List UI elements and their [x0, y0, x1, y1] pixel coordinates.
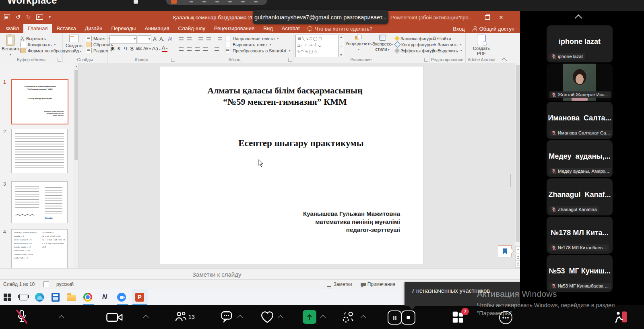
tab-view[interactable]: Вид: [259, 24, 277, 33]
mic-options-chevron[interactable]: [59, 315, 64, 320]
numbering-icon[interactable]: [187, 37, 192, 38]
font-size-select[interactable]: [138, 35, 151, 44]
slide-title[interactable]: Алматы қаласы білім басқармасының “№59 м…: [172, 85, 398, 108]
bold-button[interactable]: Ж: [110, 46, 115, 52]
share-screen-button[interactable]: [303, 310, 316, 324]
shapes-gallery-scrollbar[interactable]: ▲▪▼: [338, 35, 344, 57]
clipboard-dialog-launcher[interactable]: [58, 58, 61, 62]
cut-button[interactable]: Вырезать: [20, 35, 46, 41]
collapse-ribbon-icon[interactable]: [502, 58, 507, 62]
breakout-rooms-button[interactable]: [341, 310, 356, 325]
participant-tile[interactable]: iphone lazat iphone lazat: [547, 25, 613, 62]
tab-animations[interactable]: Анимация: [140, 24, 173, 33]
tab-file[interactable]: Файл: [2, 24, 23, 33]
tab-design[interactable]: Дизайн: [80, 24, 107, 33]
text-shadow-button[interactable]: S: [129, 46, 134, 52]
underline-button[interactable]: Ч: [123, 46, 128, 52]
comment-marker[interactable]: [498, 245, 512, 257]
slide-scrollbar-thumb[interactable]: [516, 65, 520, 242]
quick-styles-button[interactable]: Экспресс- стили: [372, 35, 393, 52]
paste-button[interactable]: Вставить: [2, 35, 19, 57]
slide-thumbnail-3[interactable]: Жауабы:: [11, 181, 68, 223]
slide-thumbnail-4[interactable]: 2|cos2x| = (sin3x−cos3x)/√2 1|cos2x = -1…: [11, 229, 68, 274]
stop-recording-button[interactable]: [401, 310, 415, 325]
share-toolbar-icon[interactable]: [241, 1, 245, 2]
grow-font-button[interactable]: Аˆ: [153, 36, 158, 42]
language-indicator[interactable]: русский: [56, 281, 74, 287]
reactions-options-chevron[interactable]: [278, 315, 283, 320]
task-view-button[interactable]: [18, 292, 29, 302]
taskbar-zoom[interactable]: [116, 292, 127, 302]
undo-icon[interactable]: ↺: [16, 14, 21, 20]
scroll-up-arrow[interactable]: ▲: [74, 65, 78, 68]
notes-pane[interactable]: Заметки к слайду: [0, 268, 520, 280]
align-center-icon[interactable]: [187, 47, 192, 48]
video-button[interactable]: [106, 312, 123, 323]
share-options-chevron[interactable]: [320, 315, 326, 320]
participant-tile[interactable]: Zhanagul Kanaf... Zhanagul Kanafina: [547, 178, 613, 215]
taskbar-powerpoint[interactable]: P: [134, 292, 145, 302]
find-button[interactable]: Найти: [432, 35, 451, 41]
shrink-font-button[interactable]: Аˇ: [159, 36, 164, 43]
tab-transitions[interactable]: Переходы: [107, 24, 140, 33]
taskbar-calculator[interactable]: [50, 292, 61, 302]
font-name-select[interactable]: [109, 35, 137, 44]
participant-tile[interactable]: Медеу ауданы,... Медеу ауданы, Амирх...: [547, 140, 613, 177]
slide-scrollbar[interactable]: ▼ ▲▲ ▼▼: [515, 63, 520, 268]
share-toolbar-icon[interactable]: [215, 1, 219, 2]
bullets-icon[interactable]: [179, 37, 184, 38]
taskbar-edge[interactable]: [34, 292, 45, 302]
participant-tile[interactable]: №53 МГ Куниш... №53 МГ Кунишбаева ...: [547, 255, 613, 292]
align-left-icon[interactable]: [179, 47, 184, 48]
layout-button[interactable]: Макет: [86, 35, 110, 41]
chat-button[interactable]: [221, 310, 234, 324]
reactions-button[interactable]: [260, 310, 275, 324]
replace-button[interactable]: ab Заменить: [432, 41, 462, 48]
font-dialog-launcher[interactable]: [171, 58, 175, 62]
italic-button[interactable]: К: [116, 46, 122, 52]
save-icon[interactable]: [4, 14, 10, 20]
text-direction-button[interactable]: Направление текста: [225, 35, 279, 41]
splitter-grip[interactable]: [510, 174, 513, 187]
notes-toggle-button[interactable]: Заметки: [327, 281, 352, 287]
shapes-gallery[interactable]: ▤ ╲ ↘ □ ◯ ▢ △ ⌐ ∟ ⇨ ⇩ ◡ ϟ ◠ ∿ { } ☆: [295, 35, 341, 57]
character-spacing-button[interactable]: AV: [143, 46, 151, 51]
copy-button[interactable]: Копировать: [20, 41, 56, 48]
tell-me-box[interactable]: Что вы хотите сделать?: [308, 24, 373, 33]
align-right-icon[interactable]: [195, 47, 200, 48]
ribbon-display-options-button[interactable]: [453, 11, 467, 24]
leave-meeting-button[interactable]: [613, 310, 628, 324]
share-toolbar-icon[interactable]: [254, 1, 258, 2]
format-painter-button[interactable]: Формат по образцу: [20, 48, 68, 54]
decrease-indent-icon[interactable]: [198, 37, 203, 38]
drawing-dialog-launcher[interactable]: [424, 58, 428, 62]
tab-insert[interactable]: Вставка: [52, 24, 80, 33]
spellcheck-icon[interactable]: [43, 281, 49, 287]
slide-author-block[interactable]: Куанышева Гульжан Мажитовна математика п…: [303, 210, 400, 234]
tab-review[interactable]: Рецензирование: [210, 24, 259, 33]
clear-formatting-button[interactable]: A̸: [167, 36, 172, 42]
tab-acrobat[interactable]: Acrobat: [277, 24, 304, 33]
thumbnail-scrollbar-thumb[interactable]: [74, 70, 78, 160]
tab-slideshow[interactable]: Слайд-шоу: [174, 24, 210, 33]
line-spacing-icon[interactable]: [218, 37, 222, 38]
collapse-panel-button[interactable]: [573, 13, 584, 21]
participants-button[interactable]: [174, 310, 188, 324]
taskbar-graphing-app[interactable]: N: [99, 292, 110, 302]
sign-in-button[interactable]: Вход: [453, 26, 464, 32]
zoom-share-toolbar[interactable]: [166, 0, 267, 5]
video-options-chevron[interactable]: [143, 315, 149, 320]
new-slide-button[interactable]: Создать слайд: [65, 35, 83, 54]
comments-toggle-button[interactable]: Примечания: [361, 281, 395, 287]
thumbnail-scrollbar[interactable]: ▲: [74, 63, 78, 268]
paragraph-dialog-launcher[interactable]: [288, 58, 292, 62]
slide-subtitle[interactable]: Есептер шығару практикумы: [160, 138, 442, 149]
align-text-button[interactable]: Выровнять текст: [225, 41, 271, 48]
participant-tile-video[interactable]: Жолтай Жанерке Иса...: [547, 64, 613, 101]
customize-qat-icon[interactable]: ▾: [49, 14, 51, 20]
participant-tile[interactable]: Иманова Салта... Иманова Салтанат Са...: [547, 102, 613, 139]
create-pdf-button[interactable]: Создать PDF: [471, 35, 492, 56]
breakout-options-chevron[interactable]: [361, 315, 366, 320]
minimize-button[interactable]: —: [467, 11, 481, 24]
share-toolbar-icon[interactable]: [202, 1, 206, 2]
